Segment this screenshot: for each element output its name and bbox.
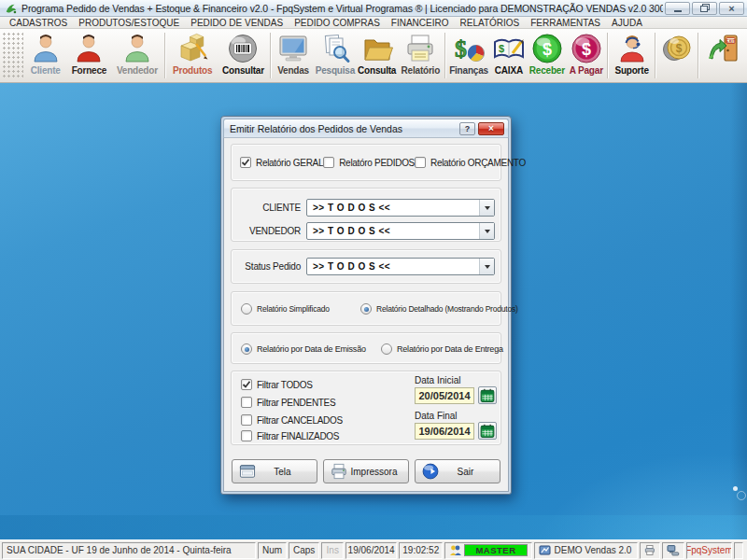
desktop: Emitir Relatório dos Pedidos de Vendas ?… — [0, 83, 747, 539]
statusbar-ins: Ins — [321, 542, 344, 559]
cliente-combobox[interactable]: >> T O D O S << — [306, 199, 495, 217]
calendar-button-start[interactable] — [478, 386, 497, 404]
toolbar-grip[interactable] — [2, 32, 23, 79]
user-badge: MASTER — [464, 544, 527, 556]
desktop-dot — [733, 486, 738, 491]
monitor-icon — [276, 32, 310, 65]
toolbar-button-pesquisa[interactable]: Pesquisa — [314, 29, 357, 82]
statusbar-location: SUA CIDADE - UF 19 de Junho de 2014 - Qu… — [2, 542, 256, 559]
toolbar-button-consultar[interactable]: Consultar — [218, 29, 269, 82]
toolbar-button-vendas[interactable]: Vendas — [273, 29, 314, 82]
menu-item-ferramentas[interactable]: FERRAMENTAS — [525, 18, 606, 28]
data-inicial-field[interactable]: 20/05/2014 — [415, 387, 474, 404]
date-mode-group: Relatório por Data de Emissão Relatório … — [231, 332, 501, 364]
status-pedido-group: Status Pedido >> T O D O S << — [231, 249, 501, 284]
toolbar-separator — [698, 33, 699, 78]
menu-item-ajuda[interactable]: AJUDA — [606, 18, 648, 28]
status-pedido-combobox[interactable]: >> T O D O S << — [306, 258, 495, 275]
window-icon — [239, 464, 256, 479]
folder-icon — [360, 32, 394, 65]
checkbox-box — [241, 379, 252, 390]
dollar-pie-icon: $ — [452, 32, 486, 65]
toolbar-button-cliente[interactable]: Cliente — [23, 29, 68, 82]
close-button[interactable]: × — [719, 2, 744, 15]
svg-text:$: $ — [676, 42, 683, 55]
toolbar-button-exit[interactable]: EXIT — [700, 29, 747, 82]
checkbox-filtrar-finalizados[interactable]: Filtrar FINALIZADOS — [241, 430, 339, 441]
minimize-button[interactable] — [665, 2, 690, 15]
toolbar-button-produtos[interactable]: Produtos — [167, 29, 217, 82]
toolbar-separator — [444, 33, 446, 78]
dialog-title-bar[interactable]: Emitir Relatório dos Pedidos de Vendas ?… — [223, 119, 509, 137]
checkbox-box — [241, 414, 252, 426]
users-icon — [449, 544, 461, 556]
dialog-help-button[interactable]: ? — [459, 122, 475, 135]
radio-data-emissao[interactable]: Relatório por Data de Emissão — [241, 343, 366, 355]
menu-item-pedido-compras[interactable]: PEDIDO COMPRAS — [289, 18, 386, 28]
toolbar-separator — [164, 33, 166, 78]
svg-text:$: $ — [455, 35, 467, 63]
report-type-group: Relatório GERAL Relatóro PEDIDOS Relatór… — [231, 144, 501, 181]
report-dialog: Emitir Relatório dos Pedidos de Vendas ?… — [220, 116, 512, 495]
radio-circle — [360, 303, 372, 315]
radio-circle — [241, 303, 252, 315]
statusbar-session-panel — [734, 542, 743, 559]
window-title: Programa Pedido de Vendas + Estoque & Fi… — [21, 3, 663, 14]
restore-icon — [700, 4, 710, 12]
menu-item-pedido-de-vendas[interactable]: PEDIDO DE VENDAS — [185, 18, 289, 28]
exit-arrow-icon — [422, 463, 439, 480]
toolbar-button-consulta[interactable]: Consulta — [357, 29, 398, 82]
toolbar-button-coin[interactable]: $ — [657, 29, 697, 82]
checkbox-filtrar-cancelados[interactable]: Filtrar CANCELADOS — [241, 414, 343, 426]
application-window: Programa Pedido de Vendas + Estoque & Fi… — [0, 0, 747, 560]
toolbar-button-a-pagar[interactable]: $ A Pagar — [567, 29, 606, 82]
data-inicial-label: Data Inicial — [415, 375, 460, 385]
menu-item-relatorios[interactable]: RELATÓRIOS — [455, 18, 526, 28]
radio-relatorio-detalhado[interactable]: Relatório Detalhado (Mostrando Produtos) — [360, 303, 518, 315]
person-red-icon — [72, 32, 106, 65]
svg-text:$: $ — [499, 43, 504, 54]
cliente-vendedor-group: CLIENTE >> T O D O S << VENDEDOR >> T O … — [231, 188, 501, 242]
menu-item-produtos-estoque[interactable]: PRODUTOS/ESTOQUE — [73, 18, 185, 28]
menu-bar: CADASTROS PRODUTOS/ESTOQUE PEDIDO DE VEN… — [0, 17, 747, 29]
desktop-band — [0, 515, 747, 539]
impressora-button[interactable]: Impressora — [323, 459, 409, 483]
restore-button[interactable] — [692, 2, 717, 15]
dialog-close-button[interactable]: × — [478, 122, 504, 135]
radio-data-entrega[interactable]: Relatório por Data de Entrega — [381, 343, 503, 355]
radio-circle — [381, 343, 392, 355]
barcode-sphere-icon — [226, 32, 260, 65]
status-bar: SUA CIDADE - UF 19 de Junho de 2014 - Qu… — [0, 539, 747, 560]
toolbar-button-caixa[interactable]: $ CAIXA — [490, 29, 528, 82]
toolbar-separator — [270, 33, 272, 78]
printer-icon — [403, 32, 437, 65]
svg-text:$: $ — [543, 40, 552, 59]
status-pedido-label: Status Pedido — [233, 261, 301, 272]
chevron-down-icon — [479, 223, 494, 239]
checkbox-filtrar-pendentes[interactable]: Filtrar PENDENTES — [241, 397, 335, 408]
checkbox-relatorio-orcamento[interactable]: Relatório ORÇAMENTO — [415, 157, 526, 168]
toolbar-button-relatorio[interactable]: Relatório — [398, 29, 444, 82]
vendedor-combobox[interactable]: >> T O D O S << — [306, 222, 495, 240]
tela-button[interactable]: Tela — [232, 459, 317, 483]
toolbar-button-vendedor[interactable]: Vendedor — [110, 29, 163, 82]
toolbar-button-financas[interactable]: $ Finanças — [447, 29, 490, 82]
toolbar-button-suporte[interactable]: Suporte — [610, 29, 655, 82]
checkbox-relatorio-geral[interactable]: Relatório GERAL — [240, 157, 323, 168]
radio-relatorio-simplificado[interactable]: Relatório Simplificado — [241, 303, 330, 315]
checkbox-relatorio-pedidos[interactable]: Relatóro PEDIDOS — [323, 157, 415, 168]
sair-button[interactable]: Sair — [415, 459, 500, 483]
toolbar-button-fornece[interactable]: Fornece — [68, 29, 111, 82]
vendedor-label: VENDEDOR — [233, 226, 301, 236]
data-final-field[interactable]: 19/06/2014 — [415, 423, 474, 440]
menu-item-financeiro[interactable]: FINANCEIRO — [386, 18, 455, 28]
data-final-row: 19/06/2014 — [415, 422, 497, 440]
dialog-body: Relatório GERAL Relatóro PEDIDOS Relatór… — [223, 137, 509, 492]
checkbox-filtrar-todos[interactable]: Filtrar TODOS — [241, 379, 313, 390]
toolbar-button-receber[interactable]: $ Receber — [528, 29, 567, 82]
statusbar-time: 19:02:52 — [399, 542, 443, 559]
menu-item-cadastros[interactable]: CADASTROS — [4, 18, 73, 28]
statusbar-network-panel — [662, 542, 684, 559]
svg-text:$: $ — [582, 40, 591, 59]
calendar-button-end[interactable] — [478, 422, 497, 440]
